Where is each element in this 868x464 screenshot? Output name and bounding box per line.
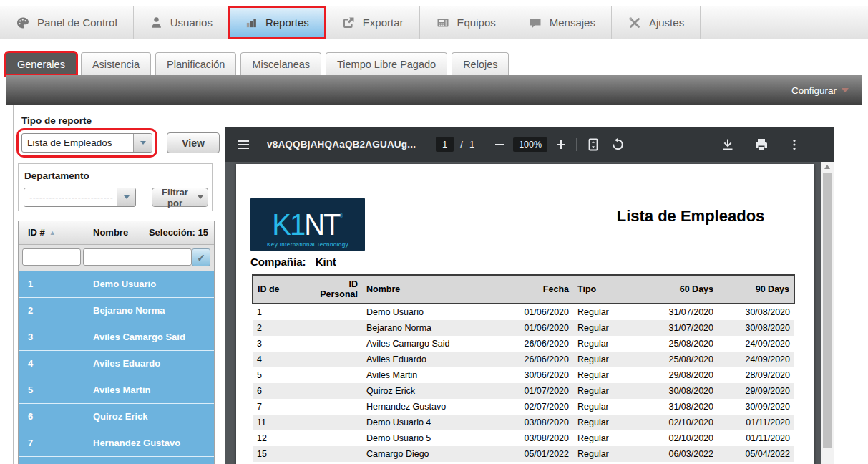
- company-logo: K1NT® Key International Technology: [250, 198, 365, 251]
- scroll-up-icon[interactable]: [824, 165, 830, 169]
- report-table-cell: Hernandez Gustavo: [362, 399, 498, 415]
- content-panel: Tipo de reporte Lista de Empleados View …: [13, 105, 862, 464]
- tab-planificacion[interactable]: Planificación: [155, 52, 236, 75]
- pdf-page: K1NT® Key International Technology Lista…: [236, 164, 814, 464]
- export-icon: [341, 16, 356, 30]
- tab-asistencia[interactable]: Asistencia: [81, 52, 151, 75]
- report-table-row: 3Aviles Camargo Said26/06/2020Regular25/…: [253, 336, 794, 352]
- report-table-cell: [308, 367, 362, 383]
- check-icon: ✓: [197, 252, 205, 264]
- employee-row[interactable]: 1Demo Usuario: [19, 271, 214, 298]
- more-options-icon[interactable]: [788, 138, 801, 151]
- report-table-cell: [308, 383, 362, 399]
- nav-item-usuarios[interactable]: Usuarios: [134, 6, 229, 39]
- name-filter-input[interactable]: [83, 248, 192, 266]
- main-navbar: Panel de ControlUsuariosReportesExportar…: [0, 6, 868, 39]
- report-table-cell: 03/08/2020: [498, 430, 573, 446]
- column-header-id[interactable]: ID #▲: [28, 227, 56, 238]
- chevron-down-icon: [140, 141, 146, 145]
- employee-name: Aviles Martin: [93, 385, 150, 395]
- view-button[interactable]: View: [167, 132, 220, 153]
- report-table-cell: 7: [253, 399, 308, 415]
- report-table-cell: 30/08/2020: [718, 320, 794, 336]
- nav-item-mensajes[interactable]: Mensajes: [512, 6, 612, 39]
- pdf-scrollbar[interactable]: [821, 162, 834, 464]
- rotate-icon[interactable]: [610, 137, 625, 152]
- employee-rows: 1Demo Usuario2Bejarano Norma3Aviles Cama…: [19, 271, 214, 464]
- report-table-cell: 01/07/2020: [498, 383, 573, 399]
- id-filter-input[interactable]: [22, 248, 81, 266]
- report-table-cell: Quiroz Erick: [362, 383, 498, 399]
- nav-item-ajustes[interactable]: Ajustes: [612, 6, 701, 39]
- report-table-cell: Aviles Camargo Said: [362, 336, 498, 352]
- report-column-header: 60 Days: [638, 275, 718, 304]
- report-type-select[interactable]: Lista de Empleados: [21, 133, 152, 153]
- report-column-header: Nombre: [362, 275, 498, 304]
- tab-miscelaneas[interactable]: Miscelaneas: [240, 52, 321, 75]
- report-type-dropdown-button[interactable]: [133, 134, 152, 152]
- report-table-cell: Bejarano Norma: [362, 320, 498, 336]
- configure-button[interactable]: Configurar: [791, 85, 849, 96]
- print-icon[interactable]: [754, 137, 769, 152]
- report-table-cell: 4: [253, 352, 308, 367]
- zoom-level[interactable]: 100%: [513, 137, 547, 152]
- column-header-nombre[interactable]: Nombre: [93, 227, 128, 238]
- report-table-cell: Regular: [573, 352, 638, 367]
- nav-item-exportar[interactable]: Exportar: [326, 6, 420, 39]
- employee-row[interactable]: 7Hernandez Gustavo: [19, 430, 214, 457]
- download-icon[interactable]: [721, 137, 735, 152]
- employee-row[interactable]: 11Demo Usuario 4: [19, 457, 214, 464]
- report-table-cell: 31/07/2020: [638, 320, 718, 336]
- report-table-cell: 01/11/2020: [718, 430, 794, 446]
- zoom-out-icon[interactable]: [494, 139, 505, 150]
- scrollbar-thumb[interactable]: [823, 173, 832, 448]
- tab-generales[interactable]: Generales: [6, 52, 77, 75]
- report-table-cell: Regular: [573, 446, 638, 462]
- department-label: Departamento: [24, 170, 89, 181]
- department-value: --------------------------: [24, 188, 117, 206]
- report-column-header: Fecha: [498, 275, 573, 304]
- tab-relojes[interactable]: Relojes: [452, 52, 509, 75]
- employee-row[interactable]: 5Aviles Martin: [19, 377, 214, 404]
- employee-row[interactable]: 6Quiroz Erick: [19, 404, 214, 430]
- report-table-cell: Regular: [573, 383, 638, 399]
- pdf-page-area: K1NT® Key International Technology Lista…: [225, 162, 821, 464]
- select-all-checkbox[interactable]: ✓: [192, 248, 210, 266]
- report-table-row: 5Aviles Martin30/06/2020Regular29/08/202…: [253, 367, 794, 383]
- report-table-cell: 24/09/2020: [718, 352, 794, 367]
- report-table-cell: 30/09/2020: [718, 399, 794, 415]
- employee-name: Bejarano Norma: [93, 305, 165, 316]
- nav-item-equipos[interactable]: Equipos: [420, 6, 512, 39]
- report-table-cell: 01/06/2020: [498, 304, 573, 320]
- report-table-cell: 11: [253, 415, 308, 430]
- report-table-cell: 31/07/2020: [638, 304, 718, 320]
- pdf-toolbar-right: [721, 137, 801, 152]
- report-table-cell: 05/01/2022: [498, 446, 573, 462]
- department-dropdown-button[interactable]: [117, 188, 135, 206]
- tab-tiempo-libre-pagado[interactable]: Tiempo Libre Pagado: [326, 52, 447, 75]
- page-number-input[interactable]: 1: [436, 137, 454, 152]
- employee-id: 1: [28, 279, 33, 289]
- report-type-value: Lista de Empleados: [22, 134, 133, 152]
- nav-item-label: Ajustes: [649, 16, 684, 29]
- report-table-row: 1Demo Usuario01/06/2020Regular31/07/2020…: [253, 304, 794, 320]
- nav-item-reportes[interactable]: Reportes: [229, 6, 326, 39]
- fit-page-icon[interactable]: [586, 137, 600, 152]
- report-table-cell: Demo Usuario 4: [362, 415, 498, 430]
- report-table-cell: 6: [253, 383, 308, 399]
- employee-id: 6: [28, 411, 33, 422]
- employee-row[interactable]: 4Aviles Eduardo: [19, 351, 214, 377]
- logo-wordmark: K1NT®: [250, 198, 365, 243]
- report-table-cell: 29/09/2020: [718, 383, 794, 399]
- filter-by-button[interactable]: Filtrar por: [152, 188, 208, 207]
- nav-item-panel-de-control[interactable]: Panel de Control: [0, 6, 134, 39]
- menu-icon[interactable]: [237, 138, 250, 151]
- employee-row[interactable]: 2Bejarano Norma: [19, 298, 214, 324]
- department-select[interactable]: --------------------------: [24, 188, 136, 207]
- report-header-bar: Configurar: [6, 75, 862, 105]
- report-table-cell: [308, 320, 362, 336]
- zoom-in-icon[interactable]: [555, 139, 567, 150]
- report-table-cell: 26/06/2020: [498, 336, 573, 352]
- employee-row[interactable]: 3Aviles Camargo Said: [19, 324, 214, 351]
- report-table-cell: Regular: [573, 320, 638, 336]
